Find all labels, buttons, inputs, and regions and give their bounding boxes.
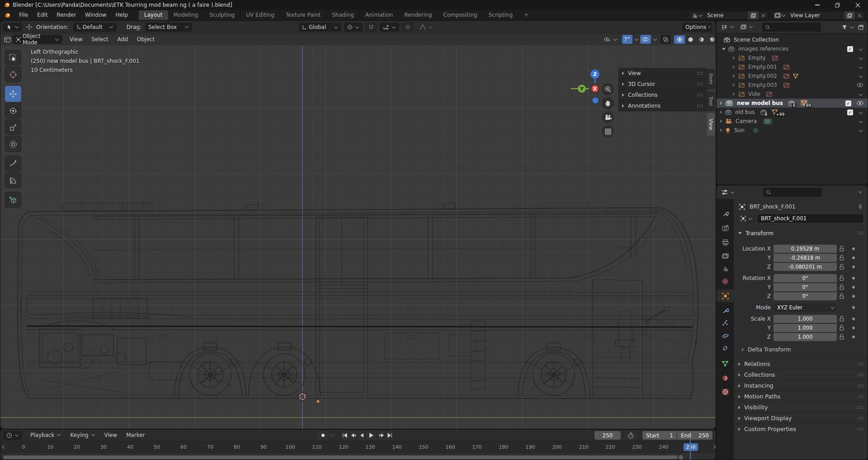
- gizmo-y-axis[interactable]: Y: [578, 85, 586, 93]
- lock-icon[interactable]: [840, 293, 844, 299]
- play-button[interactable]: [366, 431, 377, 440]
- eye-open-icon[interactable]: [857, 101, 863, 105]
- snap-toggle-button[interactable]: [365, 23, 377, 32]
- tab-compositing[interactable]: Compositing: [438, 10, 483, 20]
- npanel-section-3d-cursor[interactable]: 3D Cursor: [618, 79, 707, 90]
- animate-dot[interactable]: [852, 247, 855, 250]
- active-tool-button[interactable]: [3, 23, 22, 32]
- new-collection-button[interactable]: [855, 23, 867, 32]
- shading-rendered-button[interactable]: [707, 35, 716, 44]
- zoom-button[interactable]: [602, 83, 614, 95]
- timeline-ruler[interactable]: 0102030405060708090100110120130140150160…: [0, 441, 716, 452]
- animate-dot[interactable]: [852, 286, 855, 289]
- tool-move[interactable]: [5, 86, 21, 102]
- timeline-menu-view[interactable]: View: [100, 430, 122, 441]
- jump-to-start-button[interactable]: [341, 431, 349, 440]
- hide-toggle-icon[interactable]: [859, 47, 863, 51]
- menu-help[interactable]: Help: [111, 10, 132, 20]
- tab-modifier-properties[interactable]: [717, 304, 734, 317]
- tab-shading[interactable]: Shading: [326, 10, 360, 20]
- menu-edit[interactable]: Edit: [33, 10, 52, 20]
- outliner-editor-type-icon[interactable]: [718, 23, 737, 32]
- proportional-editing-button[interactable]: [402, 23, 414, 32]
- npanel-section-view[interactable]: View: [618, 68, 707, 79]
- animate-dot[interactable]: [852, 256, 855, 259]
- view-layer-copy-icon[interactable]: [844, 11, 855, 19]
- viewport-menu-object[interactable]: Object: [132, 34, 159, 45]
- rotation-mode-dropdown[interactable]: XYZ Euler: [774, 304, 837, 312]
- restore-button[interactable]: [827, 0, 848, 10]
- scene-copy-icon[interactable]: [748, 11, 759, 19]
- view-layer-selector[interactable]: View Layer: [771, 11, 865, 20]
- lock-icon[interactable]: [840, 246, 844, 251]
- outliner-row-old-bus[interactable]: old bus 8 +99: [717, 108, 868, 117]
- animate-dot[interactable]: [852, 318, 855, 320]
- properties-editor-type-icon[interactable]: [718, 188, 738, 197]
- location-x-field[interactable]: 0.19528 m: [774, 245, 837, 253]
- outliner-display-mode-dropdown[interactable]: [737, 23, 756, 32]
- lock-icon[interactable]: [840, 284, 844, 290]
- outliner-row-new-model-bus[interactable]: new model bus 6 89: [717, 99, 868, 108]
- object-visibility-dropdown[interactable]: [601, 35, 621, 44]
- scene-icon[interactable]: [689, 11, 705, 19]
- object-name-input[interactable]: BRT_shock_F.001: [757, 213, 864, 223]
- shading-material-button[interactable]: [696, 35, 707, 44]
- section-relations[interactable]: Relations: [734, 358, 868, 369]
- toggle-ortho-button[interactable]: [602, 125, 614, 138]
- delta-transform-subpanel[interactable]: Delta Transform: [742, 346, 791, 353]
- pan-hand-button[interactable]: [602, 97, 614, 109]
- mode-dropdown[interactable]: Object Mode: [13, 35, 62, 44]
- npanel-tab-tool[interactable]: Tool: [707, 91, 715, 111]
- minimize-button[interactable]: [807, 0, 827, 10]
- outliner-row-empty[interactable]: Empty: [717, 53, 868, 62]
- collection-checkbox[interactable]: [847, 109, 853, 115]
- outliner-row-sun[interactable]: Sun: [717, 126, 868, 135]
- scene-unlink-icon[interactable]: [759, 11, 768, 19]
- pin-icon[interactable]: [858, 204, 863, 210]
- add-workspace-button[interactable]: +: [519, 10, 534, 20]
- gizmo-z-axis[interactable]: Z: [590, 70, 599, 79]
- npanel-tab-view[interactable]: View: [707, 113, 715, 136]
- lock-icon[interactable]: [840, 316, 844, 322]
- tab-constraint-properties[interactable]: [717, 342, 734, 355]
- hide-toggle-icon[interactable]: [859, 128, 863, 132]
- outliner-row-images-references[interactable]: images references: [717, 44, 868, 53]
- tool-scale[interactable]: [5, 119, 21, 135]
- outliner-row-camera[interactable]: Camera: [717, 117, 868, 126]
- shading-solid-button[interactable]: [685, 35, 696, 44]
- tool-transform[interactable]: [5, 136, 21, 152]
- prev-keyframe-button[interactable]: [349, 431, 358, 440]
- timeline-scrollbar[interactable]: [3, 455, 678, 459]
- current-frame-field[interactable]: 250: [594, 431, 621, 440]
- hide-toggle-icon[interactable]: [859, 119, 863, 123]
- outliner-search-input[interactable]: [762, 23, 821, 32]
- menu-window[interactable]: Window: [80, 10, 111, 20]
- tab-scripting[interactable]: Scripting: [483, 10, 519, 20]
- tool-select[interactable]: [5, 50, 21, 66]
- outliner-row-scene-collection[interactable]: Scene Collection: [717, 35, 868, 44]
- properties-search-input[interactable]: [763, 188, 822, 197]
- tab-texture-properties[interactable]: [717, 385, 734, 398]
- scene-name[interactable]: Scene: [705, 12, 748, 19]
- tool-cursor[interactable]: [5, 66, 21, 82]
- gizmos-toggle[interactable]: [622, 35, 632, 44]
- section-visibility[interactable]: Visibility: [734, 402, 868, 413]
- playhead-line[interactable]: [690, 439, 691, 460]
- lock-icon[interactable]: [840, 325, 844, 331]
- scene-selector[interactable]: Scene: [688, 11, 769, 20]
- gizmos-dropdown[interactable]: [635, 37, 638, 40]
- outliner-filter-dropdown[interactable]: [839, 23, 857, 32]
- auto-keyframe-button[interactable]: [317, 431, 329, 440]
- properties-options-dropdown[interactable]: [859, 190, 862, 193]
- animate-dot[interactable]: [852, 306, 855, 309]
- tab-layout[interactable]: Layout: [139, 10, 168, 20]
- npanel-section-annotations[interactable]: Annotations: [618, 100, 707, 111]
- animate-dot[interactable]: [852, 327, 855, 329]
- timeline-editor-type-icon[interactable]: [3, 431, 22, 440]
- frame-start-field[interactable]: Start1: [642, 431, 677, 440]
- view-layer-name[interactable]: View Layer: [788, 12, 844, 19]
- animate-dot[interactable]: [852, 295, 855, 298]
- options-dropdown[interactable]: Options: [682, 23, 712, 32]
- tool-annotate[interactable]: [5, 156, 21, 171]
- menu-render[interactable]: Render: [52, 10, 80, 20]
